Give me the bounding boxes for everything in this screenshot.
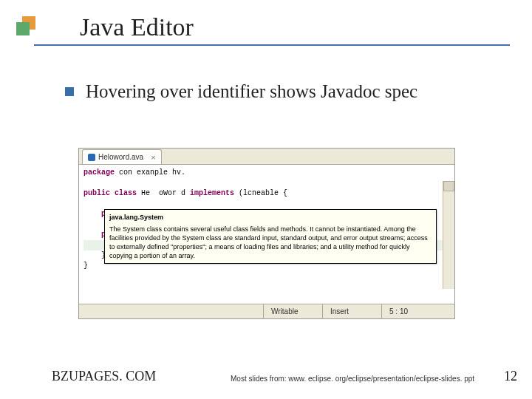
status-writable: Writable (264, 304, 323, 318)
close-icon[interactable]: × (151, 153, 155, 162)
code-line: public class He oWor d implements (lcnea… (83, 188, 450, 199)
scroll-up-icon[interactable] (443, 181, 454, 191)
vertical-scrollbar[interactable] (443, 181, 454, 289)
editor-window: Heloword.ava × package con exanple hv. p… (78, 148, 455, 319)
page-number: 12 (504, 369, 517, 384)
bullet-row: Hovering over identifier shows Javadoc s… (65, 81, 417, 102)
status-empty (79, 304, 264, 318)
code-line (83, 178, 450, 188)
accent-square-green (16, 22, 30, 35)
bullet-icon (65, 87, 74, 96)
javadoc-title: java.lang.System (109, 213, 432, 222)
code-line: package con exanple hv. (83, 168, 450, 178)
editor-body: package con exanple hv. public class He … (79, 165, 454, 304)
javadoc-body: The System class contains several useful… (109, 225, 432, 260)
status-position: 5 : 10 (382, 304, 454, 318)
bullet-text: Hovering over identifier shows Javadoc s… (86, 81, 417, 102)
status-bar: Writable Insert 5 : 10 (79, 304, 454, 318)
tab-filename: Heloword.ava (98, 153, 143, 161)
code-line (83, 199, 450, 209)
footer-brand: BZUPAGES. COM (52, 369, 156, 384)
corner-accent (16, 16, 35, 35)
javadoc-tooltip: java.lang.System The System class contai… (104, 209, 437, 264)
slide-title: Java Editor (80, 13, 194, 41)
java-file-icon (88, 154, 95, 161)
editor-tab[interactable]: Heloword.ava × (82, 149, 162, 164)
status-insert: Insert (323, 304, 382, 318)
editor-tabbar: Heloword.ava × (79, 149, 454, 165)
footer-source: Most slides from: www. eclipse. org/ecli… (231, 375, 474, 383)
title-rule (34, 44, 510, 46)
